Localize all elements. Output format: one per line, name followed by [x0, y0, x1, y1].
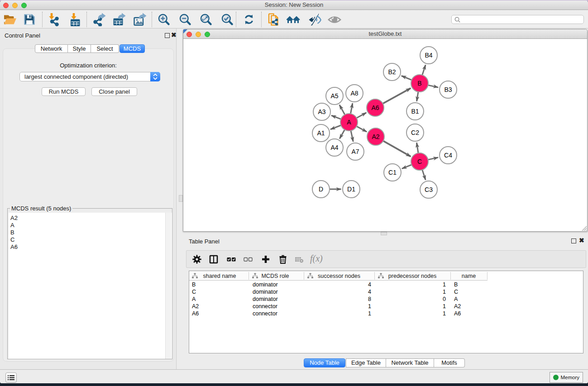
svg-text:B1: B1	[411, 108, 419, 115]
svg-text:B2: B2	[388, 68, 396, 76]
svg-text:C3: C3	[425, 186, 433, 193]
svg-text:C: C	[417, 158, 422, 165]
svg-text:B4: B4	[425, 52, 432, 59]
svg-text:C4: C4	[444, 152, 452, 159]
svg-text:A: A	[347, 119, 351, 126]
svg-text:A6: A6	[371, 104, 379, 111]
svg-text:A4: A4	[330, 144, 338, 151]
svg-text:C2: C2	[411, 129, 419, 136]
svg-text:D1: D1	[347, 186, 355, 193]
svg-text:B3: B3	[444, 86, 452, 93]
svg-text:C1: C1	[388, 169, 397, 176]
svg-text:A7: A7	[351, 148, 359, 155]
svg-text:A1: A1	[317, 129, 325, 137]
svg-text:D: D	[319, 186, 323, 193]
svg-text:B: B	[417, 80, 421, 87]
svg-text:A3: A3	[318, 108, 325, 115]
svg-text:A2: A2	[372, 133, 379, 140]
svg-text:A8: A8	[350, 90, 358, 97]
svg-text:A5: A5	[330, 92, 338, 100]
